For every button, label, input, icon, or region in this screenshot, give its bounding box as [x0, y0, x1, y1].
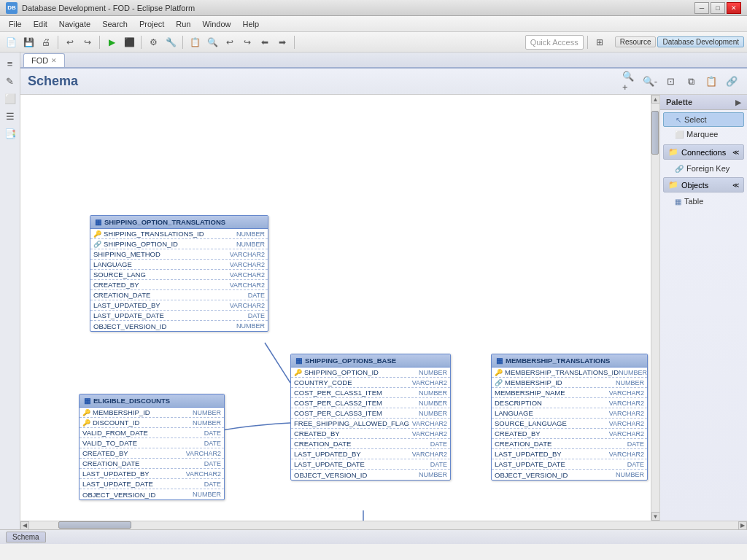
table-row: LAST_UPDATED_BY VARCHAR2: [492, 449, 647, 459]
palette-header: Palette ▶: [660, 95, 747, 110]
schema-canvas[interactable]: ▦ SHIPPING_OPTION_TRANSLATIONS 🔑SHIPPING…: [20, 95, 651, 521]
scroll-right-arrow[interactable]: ▶: [738, 521, 747, 530]
tool6-button[interactable]: ↪: [239, 34, 255, 50]
minimize-button[interactable]: ─: [694, 2, 709, 14]
sidebar-icon-3[interactable]: ⬜: [2, 90, 18, 106]
table-row: LANGUAGE VARCHAR2: [492, 408, 647, 419]
table-row: CREATED_BY VARCHAR2: [80, 448, 224, 459]
scroll-thumb[interactable]: [651, 111, 659, 155]
foreign-key-icon: 🔗: [675, 165, 684, 173]
table-eligible-discounts[interactable]: ▦ ELIGIBLE_DISCOUNTS 🔑MEMBERSHIP_ID NUMB…: [79, 394, 225, 500]
stop-button[interactable]: ⬛: [121, 34, 137, 50]
table-row: OBJECT_VERSION_ID NUMBER: [492, 470, 647, 480]
undo-button[interactable]: ↩: [62, 34, 78, 50]
zoom-fit-button[interactable]: ⊡: [662, 74, 678, 90]
perspective-resource[interactable]: Resource: [615, 36, 657, 47]
tool5-button[interactable]: ↩: [222, 34, 238, 50]
tab-close-icon[interactable]: ✕: [51, 57, 57, 64]
paste-button[interactable]: 📋: [703, 74, 719, 90]
palette-marquee-label: Marquee: [686, 130, 718, 139]
palette-item-select[interactable]: ↖ Select: [663, 112, 744, 127]
tool7-button[interactable]: ⬅: [257, 34, 273, 50]
scroll-down-arrow[interactable]: ▼: [651, 512, 660, 521]
tool1-button[interactable]: ⚙: [145, 34, 161, 50]
menu-run[interactable]: Run: [170, 18, 196, 30]
menu-window[interactable]: Window: [196, 18, 236, 30]
maximize-button[interactable]: □: [711, 2, 725, 14]
palette-panel: Palette ▶ ↖ Select ⬜ Marquee 📁 Connectio…: [659, 95, 747, 521]
pk-icon: 🔑: [82, 419, 90, 427]
perspective-db-dev[interactable]: Database Development: [657, 36, 744, 47]
sidebar-icon-2[interactable]: ✎: [2, 73, 18, 89]
tool2-button[interactable]: 🔧: [163, 34, 179, 50]
layout-button[interactable]: ⊞: [592, 34, 608, 50]
table-row: MEMBERSHIP_NAME VARCHAR2: [492, 388, 647, 398]
table-icon-sot: ▦: [95, 218, 101, 226]
scroll-track[interactable]: [651, 104, 659, 512]
redo-button[interactable]: ↪: [80, 34, 96, 50]
table-header-mt: ▦ MEMBERSHIP_TRANSLATIONS: [492, 354, 647, 368]
menu-navigate[interactable]: Navigate: [53, 18, 96, 30]
table-shipping-option-translations[interactable]: ▦ SHIPPING_OPTION_TRANSLATIONS 🔑SHIPPING…: [90, 215, 268, 332]
palette-expand-icon[interactable]: ▶: [735, 98, 741, 106]
table-row: LAST_UPDATED_BY VARCHAR2: [291, 449, 450, 459]
palette-section-objects[interactable]: 📁 Objects ≪: [663, 177, 744, 192]
marquee-icon: ⬜: [675, 131, 684, 139]
sidebar-icon-4[interactable]: ☰: [2, 108, 18, 124]
save-button[interactable]: 💾: [20, 34, 36, 50]
table-row: 🔑MEMBERSHIP_ID NUMBER: [80, 408, 224, 418]
menu-edit[interactable]: Edit: [28, 18, 53, 30]
link-button[interactable]: 🔗: [724, 74, 740, 90]
zoom-in-button[interactable]: 🔍+: [622, 74, 638, 90]
menu-project[interactable]: Project: [133, 18, 170, 30]
table-row: COST_PER_CLASS3_ITEM NUMBER: [291, 408, 450, 419]
menu-help[interactable]: Help: [237, 18, 266, 30]
table-row: LAST_UPDATE_DATE DATE: [492, 459, 647, 470]
palette-item-marquee[interactable]: ⬜ Marquee: [663, 128, 744, 141]
tool8-button[interactable]: ➡: [274, 34, 290, 50]
schema-title: Schema: [28, 74, 617, 89]
horizontal-scrollbar[interactable]: ◀ ▶: [20, 521, 747, 529]
new-button[interactable]: 📄: [3, 34, 19, 50]
table-title-sob: SHIPPING_OPTIONS_BASE: [305, 357, 396, 365]
scroll-left-arrow[interactable]: ◀: [20, 521, 29, 530]
scroll-up-arrow[interactable]: ▲: [651, 95, 660, 104]
tool4-button[interactable]: 🔍: [204, 34, 220, 50]
quick-access-field[interactable]: Quick Access: [525, 35, 584, 50]
table-header-sot: ▦ SHIPPING_OPTION_TRANSLATIONS: [90, 216, 268, 229]
table-row: LAST_UPDATED_BY VARCHAR2: [90, 300, 268, 311]
toolbar-separator-6: [587, 36, 588, 49]
fk-icon: 🔗: [495, 379, 503, 386]
h-scroll-track[interactable]: [29, 521, 738, 529]
table-membership-translations[interactable]: ▦ MEMBERSHIP_TRANSLATIONS 🔑MEMBERSHIP_TR…: [491, 354, 648, 481]
quick-access-text: Quick Access: [530, 38, 578, 47]
palette-objects-label: Objects: [681, 181, 708, 190]
palette-item-foreign-key[interactable]: 🔗 Foreign Key: [663, 162, 744, 175]
tab-fod[interactable]: FOD ✕: [23, 53, 65, 67]
menu-file[interactable]: File: [3, 18, 28, 30]
table-icon-ed: ▦: [84, 397, 90, 405]
vertical-scrollbar[interactable]: ▲ ▼: [651, 95, 659, 521]
h-scroll-thumb[interactable]: [58, 521, 131, 529]
toolbar-separator-5: [294, 36, 295, 49]
select-cursor-icon: ↖: [676, 116, 681, 124]
print-button[interactable]: 🖨: [38, 34, 54, 50]
status-tab-schema[interactable]: Schema: [6, 532, 46, 542]
palette-select-label: Select: [684, 115, 707, 124]
copy-button[interactable]: ⧉: [683, 74, 699, 90]
close-button[interactable]: ✕: [727, 2, 741, 14]
table-row: DESCRIPTION VARCHAR2: [492, 398, 647, 408]
table-row: COST_PER_CLASS1_ITEM NUMBER: [291, 388, 450, 398]
table-shipping-options-base[interactable]: ▦ SHIPPING_OPTIONS_BASE 🔑SHIPPING_OPTION…: [290, 354, 451, 481]
run-button[interactable]: ▶: [104, 34, 120, 50]
palette-section-connections[interactable]: 📁 Connections ≪: [663, 144, 744, 160]
sidebar-icon-5[interactable]: 📑: [2, 125, 18, 141]
palette-item-table[interactable]: ▦ Table: [663, 195, 744, 208]
table-row: 🔗MEMBERSHIP_ID NUMBER: [492, 378, 647, 388]
menu-search[interactable]: Search: [96, 18, 133, 30]
sidebar-icon-1[interactable]: ≡: [2, 55, 18, 71]
tool3-button[interactable]: 📋: [187, 34, 203, 50]
zoom-out-button[interactable]: 🔍-: [642, 74, 658, 90]
table-title-ed: ELIGIBLE_DISCOUNTS: [93, 397, 170, 405]
table-row: OBJECT_VERSION_ID NUMBER: [90, 321, 268, 331]
